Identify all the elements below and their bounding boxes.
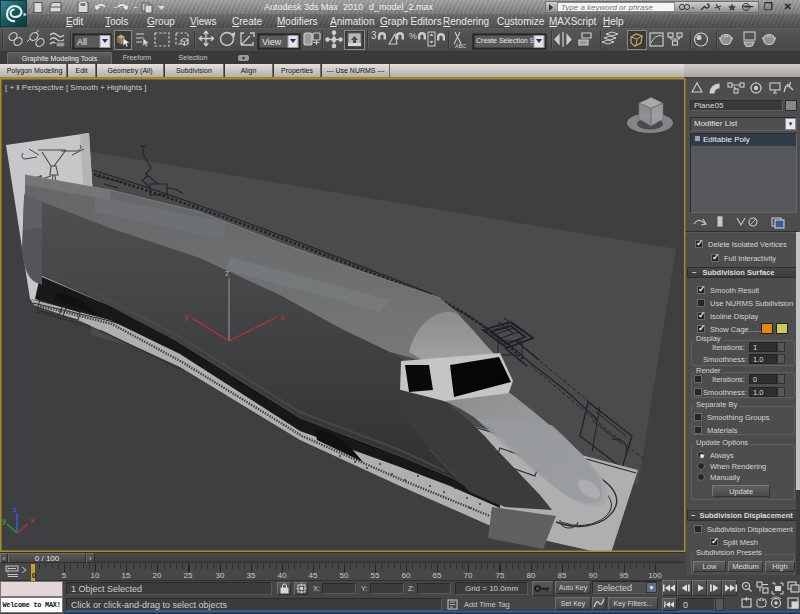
svg-text:Create Selection Se: Create Selection Se [476,37,538,44]
svg-text:z: z [13,505,17,514]
svg-text:%: % [409,31,417,41]
svg-text:3: 3 [371,30,377,41]
svg-text:All: All [77,37,87,47]
svg-text:y: y [2,516,7,525]
svg-text:[ + ‖ Perspective [ Smooth + H: [ + ‖ Perspective [ Smooth + Highlights … [5,83,147,92]
svg-text:x: x [30,516,35,525]
svg-text:View: View [262,37,282,47]
svg-text:z: z [225,268,230,278]
svg-text:y: y [184,312,189,322]
svg-text:ABC: ABC [455,43,466,49]
svg-text:x: x [280,312,285,322]
